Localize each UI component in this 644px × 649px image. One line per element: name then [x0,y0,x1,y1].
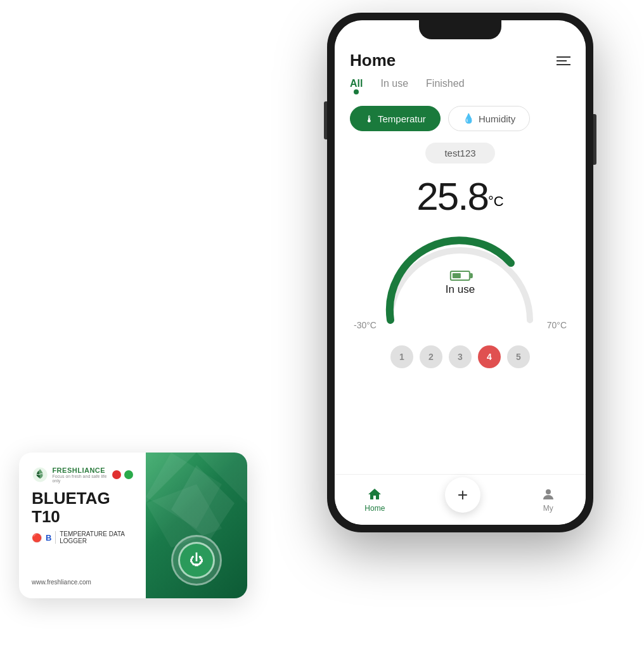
brand-logo-icon [32,465,48,484]
nav-my-label: My [543,504,553,513]
power-symbol: ⏻ [190,552,203,569]
product-sub: 🔴 B TEMPERATURE DATA LOGGER [32,530,133,544]
product-name: BLUETAG T10 [32,489,133,525]
temp-unit: °C [488,193,504,209]
power-button-outer[interactable]: ⏻ [171,535,222,586]
phone-shell: Home All In use Finished [327,13,593,532]
bluetooth-icon: 🔴 [32,533,42,543]
card-url: www.freshliance.com [32,579,133,586]
bluetooth-b: B [46,533,51,543]
page-dot-4[interactable]: 4 [478,345,501,368]
filter-row: 🌡 Temperatur 💧 Humidity [335,93,586,131]
app-screen: Home All In use Finished [335,20,586,525]
filter-temperature[interactable]: 🌡 Temperatur [350,106,441,131]
temperature-display: 25.8°C [335,164,586,219]
page-dot-5[interactable]: 5 [507,345,530,368]
notch [419,20,501,39]
brand-tagline: Focus on fresh and safe life only [52,474,108,483]
page-dot-3[interactable]: 3 [449,345,472,368]
gauge-max: 70°C [547,320,567,330]
bottom-nav: Home + My [335,474,586,525]
filter-humidity[interactable]: 💧 Humidity [448,106,530,131]
nav-home[interactable]: Home [364,487,385,513]
tab-in-use[interactable]: In use [380,78,408,93]
thermometer-icon: 🌡 [364,113,374,124]
tabs-row: All In use Finished [335,70,586,93]
nav-my[interactable]: My [541,487,556,513]
home-icon [367,487,382,502]
card-left: FRESHLIANCE Focus on fresh and safe life… [19,453,146,598]
tab-finished[interactable]: Finished [426,78,464,93]
card-right: ⏻ [146,453,247,598]
menu-icon[interactable] [557,56,570,65]
power-button-inner: ⏻ [178,542,215,579]
fab-button[interactable]: + [445,477,480,513]
svg-point-0 [546,489,551,494]
pagination: 1 2 3 4 5 [335,330,586,368]
card-brand: FRESHLIANCE Focus on fresh and safe life… [32,465,133,484]
device-card: FRESHLIANCE Focus on fresh and safe life… [19,453,247,598]
tab-all[interactable]: All [350,78,363,93]
battery-fill [453,273,461,278]
page-dot-2[interactable]: 2 [420,345,442,368]
device-label-row: test123 [335,131,586,164]
scene: Home All In use Finished [0,0,644,649]
green-dot [124,470,133,479]
gauge-container: In use [371,225,549,326]
device-label: test123 [425,143,494,164]
brand-text: FRESHLIANCE Focus on fresh and safe life… [52,466,108,483]
phone-inner: Home All In use Finished [335,20,586,525]
in-use-status: In use [446,283,475,296]
nav-home-label: Home [364,504,385,513]
fab-icon: + [458,485,468,505]
profile-icon [541,487,556,502]
temperature-value: 25.8 [416,174,488,218]
divider [55,531,56,544]
red-dot [112,470,121,479]
status-dots [112,470,133,479]
battery-icon [450,271,470,281]
brand-name: FRESHLIANCE [52,466,108,474]
app-title: Home [350,51,396,70]
page-dot-1[interactable]: 1 [390,345,413,368]
gauge-center: In use [446,271,475,296]
droplet-icon: 💧 [463,113,475,124]
